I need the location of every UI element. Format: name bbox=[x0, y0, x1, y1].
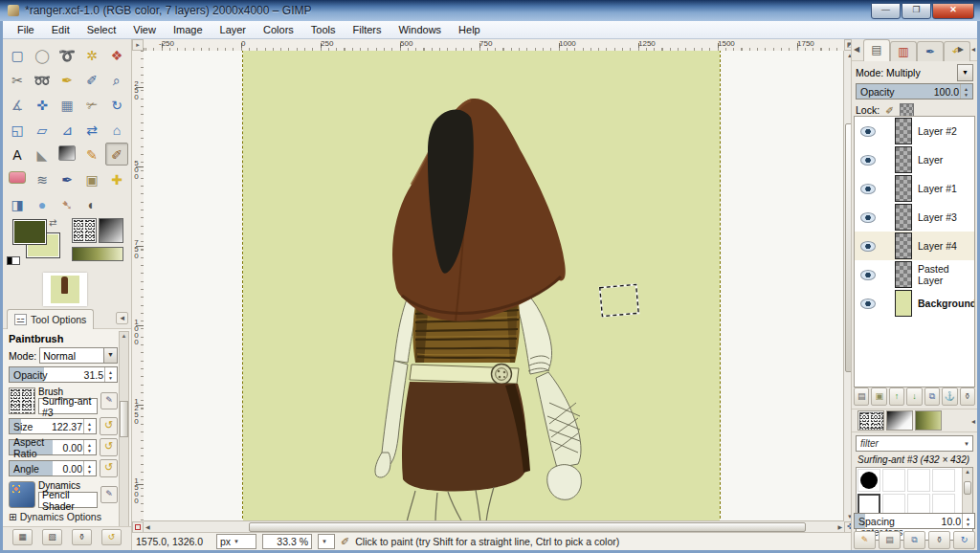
reset-angle-icon[interactable]: ↺ bbox=[100, 459, 118, 477]
layer-thumbnail[interactable] bbox=[895, 175, 912, 202]
layer-row-layer[interactable]: Layer bbox=[855, 145, 974, 174]
visibility-eye-icon[interactable] bbox=[860, 184, 876, 194]
visibility-eye-icon[interactable] bbox=[860, 155, 876, 166]
menu-colors[interactable]: Colors bbox=[255, 23, 302, 36]
tab-channels[interactable]: ▥ bbox=[890, 41, 917, 61]
size-slider[interactable]: Size 122.37 ▲▼ bbox=[9, 418, 97, 434]
tabs-scroll-right-icon[interactable]: ▶ bbox=[958, 45, 964, 54]
tab-tool-options[interactable]: ⚍ Tool Options bbox=[7, 309, 94, 329]
layer-row-layer1[interactable]: Layer #1 bbox=[855, 174, 974, 203]
tool-options-scrollbar[interactable]: ▲ ▼ bbox=[119, 331, 129, 535]
clone-icon[interactable]: ▣ bbox=[80, 167, 103, 190]
layer-row-layer3[interactable]: Layer #3 bbox=[855, 203, 974, 232]
menu-image[interactable]: Image bbox=[165, 23, 212, 36]
brush-cell[interactable] bbox=[932, 469, 955, 492]
minimize-button[interactable]: — bbox=[871, 3, 901, 19]
brush-select[interactable]: Surfing-ant #3 bbox=[38, 398, 98, 414]
foreground-color-swatch[interactable] bbox=[12, 219, 47, 245]
layer-thumbnail[interactable] bbox=[895, 290, 912, 317]
brush-cell[interactable] bbox=[907, 469, 930, 492]
image-preview-thumbnail[interactable] bbox=[43, 273, 87, 306]
foreground-select-icon[interactable]: ➿ bbox=[31, 68, 54, 91]
alignment-icon[interactable]: ▦ bbox=[56, 93, 78, 116]
dynamics-icon[interactable] bbox=[9, 481, 35, 508]
tab-gradients[interactable] bbox=[886, 410, 913, 431]
delete-brush-button[interactable]: ⚱ bbox=[928, 531, 950, 549]
delete-layer-button[interactable]: ⚱ bbox=[960, 387, 975, 406]
delete-options-button[interactable]: ⚱ bbox=[72, 529, 92, 545]
spacing-slider[interactable]: Spacing 10.0 ▲▼ bbox=[854, 513, 975, 529]
canvas[interactable] bbox=[243, 51, 720, 521]
swap-colors-icon[interactable]: ⇄ bbox=[49, 217, 56, 228]
airbrush-icon[interactable]: ≋ bbox=[31, 167, 54, 190]
text-icon[interactable]: A bbox=[6, 143, 29, 166]
dynamics-options-expander[interactable]: ⊞ Dynamics Options bbox=[9, 511, 118, 522]
chevron-down-icon[interactable]: ▼ bbox=[957, 64, 973, 81]
visibility-eye-icon[interactable] bbox=[860, 299, 876, 309]
brush-filter-input[interactable]: filter▼ bbox=[856, 435, 973, 452]
new-group-button[interactable]: ▣ bbox=[871, 387, 886, 406]
layer-row-layer2[interactable]: Layer #2 bbox=[855, 117, 974, 145]
reset-size-icon[interactable]: ↺ bbox=[100, 417, 118, 435]
color-picker-icon[interactable]: ✐ bbox=[80, 68, 103, 91]
refresh-brushes-button[interactable]: ↻ bbox=[953, 531, 975, 549]
edit-dynamics-icon[interactable]: ✎ bbox=[100, 486, 118, 503]
dock-menu-arrow-icon[interactable]: ◂ bbox=[116, 312, 128, 324]
aspect-ratio-slider[interactable]: Aspect Ratio 0.00 ▲▼ bbox=[9, 439, 97, 455]
lock-paint-icon[interactable]: ✐ bbox=[885, 104, 894, 116]
ellipse-select-icon[interactable]: ◯ bbox=[31, 43, 54, 66]
reset-options-button[interactable]: ↺ bbox=[101, 529, 122, 545]
opacity-slider[interactable]: Opacity 31.5 ▲▼ bbox=[9, 366, 118, 383]
visibility-eye-icon[interactable] bbox=[860, 270, 876, 280]
menu-windows[interactable]: Windows bbox=[390, 23, 450, 36]
gradient-icon[interactable] bbox=[58, 145, 76, 161]
shear-icon[interactable]: ▱ bbox=[31, 118, 54, 141]
perspective-clone-icon[interactable]: ◨ bbox=[6, 192, 29, 215]
tab-paths[interactable]: ✒ bbox=[917, 41, 944, 61]
layer-row-pasted[interactable]: Pasted Layer bbox=[855, 260, 974, 289]
edit-brush-icon[interactable]: ✎ bbox=[100, 392, 118, 409]
menu-help[interactable]: Help bbox=[450, 23, 489, 36]
reset-aspect-icon[interactable]: ↺ bbox=[100, 438, 118, 456]
angle-slider[interactable]: Angle 0.00 ▲▼ bbox=[9, 460, 97, 476]
paint-mode-select[interactable]: Normal ▼ bbox=[39, 347, 118, 364]
menu-file[interactable]: File bbox=[9, 23, 43, 36]
canvas-viewport[interactable] bbox=[144, 51, 844, 521]
measure-icon[interactable]: ∡ bbox=[6, 93, 29, 116]
smudge-icon[interactable]: ➷ bbox=[56, 192, 78, 215]
tab-brushes[interactable] bbox=[858, 410, 884, 431]
duplicate-brush-button[interactable]: ⧉ bbox=[903, 531, 925, 549]
save-options-button[interactable]: ▦ bbox=[12, 529, 33, 545]
menu-tools[interactable]: Tools bbox=[302, 23, 345, 36]
chevron-down-icon[interactable]: ▼ bbox=[103, 348, 117, 363]
layer-thumbnail[interactable] bbox=[895, 232, 912, 259]
heal-icon[interactable]: ✚ bbox=[105, 167, 128, 190]
paintbrush-icon[interactable]: ✐ bbox=[105, 143, 128, 166]
layer-thumbnail[interactable] bbox=[895, 261, 912, 288]
anchor-layer-button[interactable]: ⚓ bbox=[942, 387, 957, 406]
menu-edit[interactable]: Edit bbox=[43, 23, 78, 36]
brush-cell[interactable] bbox=[882, 469, 905, 492]
blur-sharpen-icon[interactable]: ● bbox=[31, 192, 54, 215]
ruler-corner-menu-button[interactable]: ▸ bbox=[132, 39, 144, 51]
crop-icon[interactable]: ✃ bbox=[80, 93, 103, 116]
new-layer-button[interactable]: ▤ bbox=[854, 387, 869, 406]
layer-thumbnail[interactable] bbox=[895, 204, 912, 231]
dock-menu-arrow-icon[interactable]: ◂ bbox=[971, 417, 975, 426]
rotate-icon[interactable]: ↻ bbox=[105, 93, 128, 116]
active-brush-thumbnail[interactable] bbox=[72, 218, 97, 243]
paths-icon[interactable]: ✒ bbox=[56, 68, 78, 91]
layer-row-layer4[interactable]: Layer #4 bbox=[855, 232, 974, 260]
restore-options-button[interactable]: ▧ bbox=[42, 529, 62, 545]
select-by-color-icon[interactable]: ❖ bbox=[105, 43, 128, 66]
layer-mode-row[interactable]: Mode: Multiply ▼ bbox=[856, 64, 973, 80]
new-brush-button[interactable]: ▤ bbox=[879, 531, 901, 549]
maximize-button[interactable]: ❐ bbox=[902, 3, 931, 19]
zoom-value[interactable]: 33.3 % bbox=[262, 534, 312, 549]
lower-layer-button[interactable]: ↓ bbox=[906, 387, 922, 406]
scale-icon[interactable]: ◱ bbox=[6, 118, 29, 141]
layer-thumbnail[interactable] bbox=[895, 118, 912, 144]
move-icon[interactable]: ✜ bbox=[31, 93, 54, 116]
free-select-icon[interactable]: ➰ bbox=[56, 43, 78, 66]
tab-palettes[interactable] bbox=[915, 410, 942, 431]
